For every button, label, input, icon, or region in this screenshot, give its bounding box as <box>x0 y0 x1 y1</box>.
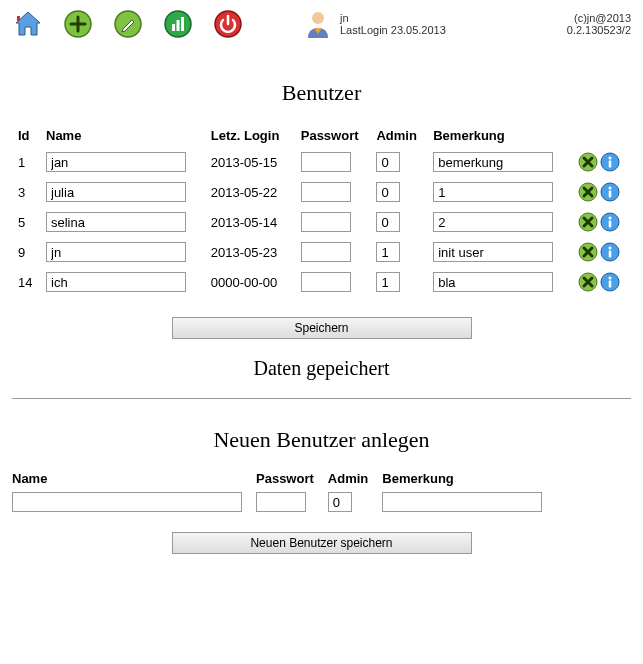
row-name-input[interactable] <box>46 182 186 202</box>
row-delete-button[interactable] <box>578 212 598 232</box>
delete-icon <box>578 272 598 292</box>
row-password-input[interactable] <box>301 242 351 262</box>
svg-rect-5 <box>177 20 180 31</box>
new-user-form: Name Passwort Admin Bemerkung Neuen Benu… <box>12 471 631 554</box>
version-info: (c)jn@2013 0.2.130523/2 <box>567 12 631 36</box>
info-icon <box>600 212 620 232</box>
table-row: 32013-05-22 <box>12 177 631 207</box>
svg-point-23 <box>609 247 612 250</box>
row-admin-input[interactable] <box>376 152 400 172</box>
row-info-button[interactable] <box>600 242 620 262</box>
svg-point-8 <box>312 12 324 24</box>
row-name-input[interactable] <box>46 242 186 262</box>
row-admin-input[interactable] <box>376 242 400 262</box>
col-id: Id <box>12 124 40 147</box>
row-info-button[interactable] <box>600 272 620 292</box>
row-id: 3 <box>12 177 40 207</box>
new-user-save-button[interactable]: Neuen Benutzer speichern <box>172 532 472 554</box>
row-remark-input[interactable] <box>433 242 553 262</box>
user-avatar-icon <box>304 8 332 40</box>
row-delete-button[interactable] <box>578 152 598 172</box>
status-message: Daten gepeichert <box>12 357 631 380</box>
user-last-login: LastLogin 23.05.2013 <box>340 24 446 36</box>
svg-rect-24 <box>609 251 612 258</box>
svg-point-19 <box>609 217 612 220</box>
delete-icon <box>578 152 598 172</box>
row-id: 1 <box>12 147 40 177</box>
user-table: Id Name Letz. Login Passwort Admin Bemer… <box>12 124 631 297</box>
row-admin-input[interactable] <box>376 272 400 292</box>
row-id: 14 <box>12 267 40 297</box>
table-row: 92013-05-23 <box>12 237 631 267</box>
row-delete-button[interactable] <box>578 182 598 202</box>
nu-name-label: Name <box>12 471 242 486</box>
nu-password-input[interactable] <box>256 492 306 512</box>
power-button[interactable] <box>212 8 244 40</box>
row-delete-button[interactable] <box>578 272 598 292</box>
toolbar-icons <box>12 8 244 40</box>
col-last-login: Letz. Login <box>205 124 295 147</box>
svg-rect-16 <box>609 191 612 198</box>
row-password-input[interactable] <box>301 272 351 292</box>
row-admin-input[interactable] <box>376 212 400 232</box>
info-icon <box>600 272 620 292</box>
save-button[interactable]: Speichern <box>172 317 472 339</box>
svg-rect-20 <box>609 221 612 228</box>
row-info-button[interactable] <box>600 212 620 232</box>
divider <box>12 398 631 399</box>
row-name-input[interactable] <box>46 152 186 172</box>
delete-icon <box>578 182 598 202</box>
row-last-login: 2013-05-23 <box>205 237 295 267</box>
user-name: jn <box>340 12 446 24</box>
delete-icon <box>578 242 598 262</box>
nu-remark-input[interactable] <box>382 492 542 512</box>
table-row: 12013-05-15 <box>12 147 631 177</box>
svg-point-27 <box>609 277 612 280</box>
row-info-button[interactable] <box>600 182 620 202</box>
row-info-button[interactable] <box>600 152 620 172</box>
user-info: jn LastLogin 23.05.2013 <box>304 8 446 40</box>
svg-point-15 <box>609 187 612 190</box>
home-icon <box>13 10 43 38</box>
power-icon <box>213 9 243 39</box>
row-password-input[interactable] <box>301 212 351 232</box>
row-name-input[interactable] <box>46 212 186 232</box>
row-password-input[interactable] <box>301 182 351 202</box>
row-remark-input[interactable] <box>433 272 553 292</box>
svg-rect-6 <box>181 17 184 31</box>
nu-password-label: Passwort <box>256 471 314 486</box>
row-delete-button[interactable] <box>578 242 598 262</box>
row-admin-input[interactable] <box>376 182 400 202</box>
nu-admin-input[interactable] <box>328 492 352 512</box>
nu-name-input[interactable] <box>12 492 242 512</box>
home-button[interactable] <box>12 8 44 40</box>
add-button[interactable] <box>62 8 94 40</box>
chart-button[interactable] <box>162 8 194 40</box>
col-password: Passwort <box>295 124 371 147</box>
edit-button[interactable] <box>112 8 144 40</box>
col-admin: Admin <box>370 124 427 147</box>
row-last-login: 2013-05-15 <box>205 147 295 177</box>
col-name: Name <box>40 124 205 147</box>
svg-rect-12 <box>609 161 612 168</box>
copyright-label: (c)jn@2013 <box>567 12 631 24</box>
row-remark-input[interactable] <box>433 212 553 232</box>
table-row: 140000-00-00 <box>12 267 631 297</box>
info-icon <box>600 152 620 172</box>
row-name-input[interactable] <box>46 272 186 292</box>
svg-rect-28 <box>609 281 612 288</box>
chart-icon <box>163 9 193 39</box>
svg-rect-0 <box>17 16 20 21</box>
version-label: 0.2.130523/2 <box>567 24 631 36</box>
row-remark-input[interactable] <box>433 182 553 202</box>
row-id: 9 <box>12 237 40 267</box>
row-last-login: 2013-05-22 <box>205 177 295 207</box>
page-title: Benutzer <box>12 80 631 106</box>
table-row: 52013-05-14 <box>12 207 631 237</box>
new-user-title: Neuen Benutzer anlegen <box>12 427 631 453</box>
row-remark-input[interactable] <box>433 152 553 172</box>
row-password-input[interactable] <box>301 152 351 172</box>
col-remark: Bemerkung <box>427 124 570 147</box>
row-last-login: 0000-00-00 <box>205 267 295 297</box>
svg-point-11 <box>609 157 612 160</box>
